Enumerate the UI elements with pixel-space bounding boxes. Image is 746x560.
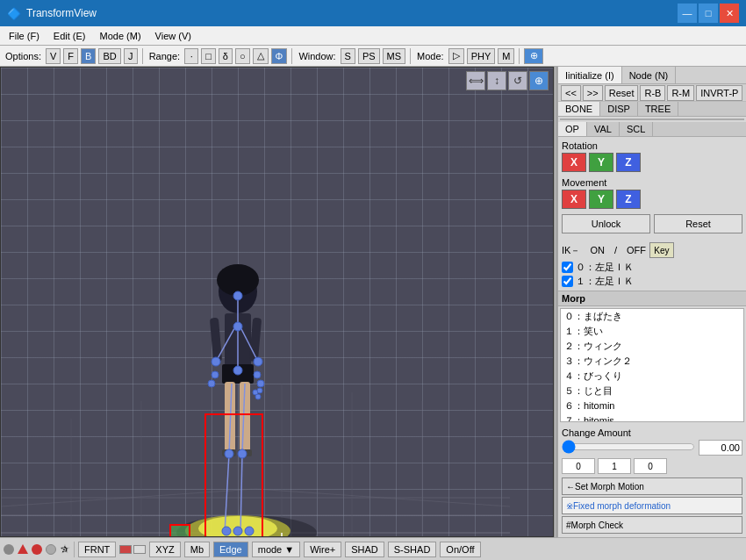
rotation-z-btn[interactable]: Z [616,153,641,172]
rm-btn[interactable]: R-M [667,85,694,101]
morph-item[interactable]: ７：hitomis [561,413,743,422]
range-dot-btn[interactable]: · [184,48,198,64]
svg-point-50 [255,394,261,399]
mode-play-btn[interactable]: ▷ [448,48,464,64]
range-tri-btn[interactable]: △ [253,48,269,64]
unlock-button[interactable]: Unlock [562,214,650,233]
morph-list[interactable]: ０：まばたき １：笑い ２：ウィンク ３：ウィンク２ ４：びっくり ５：じと目 … [560,308,744,422]
tab-tree[interactable]: TREE [638,102,678,116]
op-tabs: OP VAL SCL [558,122,746,137]
color-swatch-2[interactable] [133,545,146,554]
on-off-btn[interactable]: On/Off [440,542,480,557]
opt-v-btn[interactable]: V [46,48,61,64]
set-morph-motion-btn[interactable]: ←Set Morph Motion [562,477,742,495]
nav-arrows-icon[interactable]: ⟺ [466,71,485,90]
morph-item[interactable]: ０：まばたき [561,309,743,324]
tab-bone[interactable]: BONE [558,102,600,116]
movement-y-btn[interactable]: Y [589,190,613,209]
morph-item[interactable]: ４：びっくり [561,369,743,384]
prev-prev-btn[interactable]: << [561,85,581,101]
ik-key-button[interactable]: Key [649,242,674,258]
menu-edit[interactable]: Edit (E) [48,29,91,43]
rb-btn[interactable]: R-B [640,85,665,101]
mode-m-btn[interactable]: M [498,48,514,64]
xyz-status-btn[interactable]: XYZ [149,542,180,557]
menu-view[interactable]: View (V) [150,29,197,43]
reset-bone-button[interactable]: Reset [654,214,742,233]
menu-mode[interactable]: Mode (M) [95,29,147,43]
range-delta-btn[interactable]: δ [219,48,233,64]
nav-rotate-icon[interactable]: ↺ [508,71,527,90]
wire-btn[interactable]: Wire+ [304,542,341,557]
opt-bd-btn[interactable]: BD [98,48,120,64]
morph-item[interactable]: ６：hitomin [561,398,743,413]
opt-f-btn[interactable]: F [63,48,78,64]
maximize-button[interactable]: □ [699,4,718,23]
amount-input-0[interactable] [562,458,595,474]
toolbar: Options: V F B BD J Range: · □ δ ○ △ Φ W… [0,46,746,67]
s-shad-btn[interactable]: S-SHAD [388,542,437,557]
menu-file[interactable]: File (F) [4,29,45,43]
color-swatch-1[interactable] [119,545,132,554]
tab-op[interactable]: OP [558,122,587,136]
morph-item[interactable]: ２：ウィンク [561,339,743,354]
tab-node[interactable]: Node (N) [622,67,677,83]
ik-header: IK－ ON / OFF Key [562,242,742,258]
morph-item[interactable]: １：笑い [561,324,743,339]
svg-point-37 [212,357,220,366]
viewport-nav-icons[interactable]: ⟺ ↕ ↺ ⊕ [466,71,549,90]
viewport[interactable]: ⟺ ↕ ↺ ⊕ [0,67,554,537]
mode-btn[interactable]: mode ▼ [252,542,300,557]
svg-point-43 [245,527,254,535]
ik-label: IK－ ON / OFF [562,244,646,257]
opt-b-btn[interactable]: B [81,48,96,64]
movement-x-btn[interactable]: X [562,190,586,209]
rotation-y-btn[interactable]: Y [589,153,613,172]
range-circ-btn[interactable]: ○ [235,48,250,64]
range-phi-btn[interactable]: Φ [271,48,288,64]
compass-btn[interactable]: ⊕ [524,48,543,64]
mode-phy-btn[interactable]: PHY [467,48,496,64]
bone-list[interactable]: ３０：右親指１ ３１：右親指２ ３２：右人指１ ３３：右人指２ ３４：右人指３ … [560,118,744,120]
reset-btn[interactable]: Reset [605,85,639,101]
amount-slider[interactable] [562,441,695,453]
status-icon-1 [4,544,14,555]
morph-item[interactable]: ５：じと目 [561,384,743,398]
next-next-btn[interactable]: >> [583,85,603,101]
svg-point-42 [233,527,242,535]
frnt-btn[interactable]: FRNT [78,542,116,557]
range-sq-btn[interactable]: □ [201,48,216,64]
window-s-btn[interactable]: S [341,48,355,64]
tab-val[interactable]: VAL [587,122,620,136]
shad-btn[interactable]: SHAD [345,542,384,557]
minimize-button[interactable]: — [678,4,697,23]
title-bar-controls[interactable]: — □ ✕ [678,4,739,23]
movement-z-btn[interactable]: Z [616,190,641,209]
amount-input-1[interactable] [598,458,631,474]
ik-checkbox-0[interactable] [562,262,573,273]
change-amount-label: Change Amount [562,427,742,438]
tab-scl[interactable]: SCL [620,122,653,136]
nav-home-icon[interactable]: ⊕ [529,71,549,90]
rotation-x-btn[interactable]: X [562,153,586,172]
nav-vert-icon[interactable]: ↕ [487,71,506,90]
bone-item[interactable]: ３０：右親指１ [561,119,743,120]
morph-item[interactable]: ３：ウィンク２ [561,354,743,369]
tab-disp[interactable]: DISP [600,102,638,116]
amount-input-2[interactable] [634,458,667,474]
ik-checkbox-1[interactable] [562,276,573,287]
mb-btn[interactable]: Mb [184,542,210,557]
fixed-morph-btn[interactable]: ※Fixed morph deformation [562,497,742,514]
close-button[interactable]: ✕ [720,4,739,23]
window-ps-btn[interactable]: PS [358,48,380,64]
status-triangle-icon [18,544,28,554]
tab-initialize[interactable]: Iinitialize (I) [558,67,622,83]
invrt-p-btn[interactable]: INVRT-P [696,85,742,101]
morph-check-btn[interactable]: #Morph Check [562,516,742,534]
app-icon: 🔷 [7,7,21,20]
edge-btn[interactable]: Edge [213,542,248,557]
status-circle-icon [32,544,42,555]
window-ms-btn[interactable]: MS [383,48,406,64]
opt-j-btn[interactable]: J [124,48,138,64]
status-circle2-icon [46,544,56,555]
